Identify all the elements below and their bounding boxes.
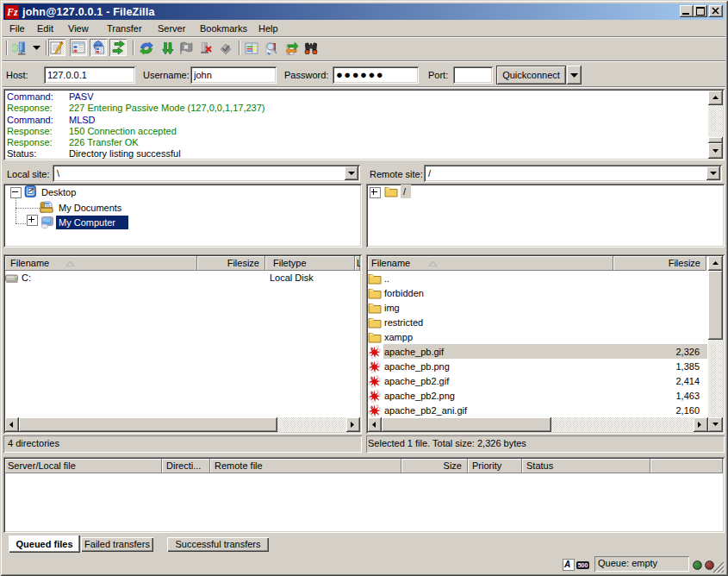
svg-text:Fz: Fz <box>6 6 18 18</box>
